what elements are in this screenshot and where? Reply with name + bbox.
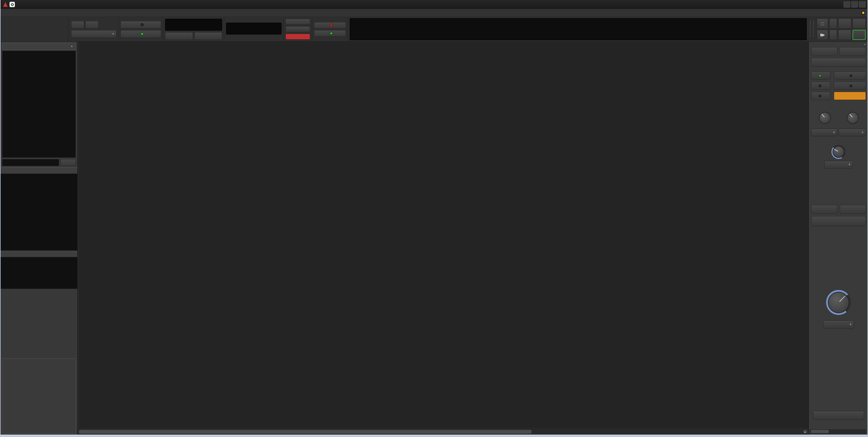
favorite-plugins-list [2, 51, 76, 158]
monitor-level-value[interactable]: ▼ [823, 320, 854, 329]
ardour-window: ▼ ⬚ [0, 0, 868, 437]
monitor-output-button[interactable] [813, 411, 864, 420]
layout-3-button[interactable] [829, 19, 837, 29]
afl-button[interactable] [811, 92, 830, 100]
auditioning-button[interactable] [811, 58, 866, 67]
punch-out-button[interactable] [85, 21, 98, 29]
favorite-plugins-dropdown[interactable]: ▼ [2, 43, 76, 50]
mixer-sidebar: ▼ [1, 42, 78, 435]
rec-view-button[interactable] [838, 19, 851, 29]
dim-button[interactable] [840, 205, 866, 214]
processors-button[interactable] [834, 92, 866, 100]
close-button[interactable] [859, 1, 866, 7]
excl-solo-button[interactable] [834, 71, 866, 80]
master-scrollbar[interactable] [810, 429, 866, 434]
mix-view-button[interactable] [852, 30, 866, 40]
solo-mute-button[interactable] [834, 82, 866, 90]
cue-view-button[interactable] [838, 30, 851, 40]
tempo-button[interactable] [165, 32, 193, 40]
punch-rec-section: ▼ [68, 17, 119, 41]
groups-header [1, 251, 77, 257]
window-edge [1, 435, 867, 437]
strips-header [1, 167, 77, 174]
pfl-button[interactable] [811, 82, 830, 90]
plugin-search-input[interactable] [2, 159, 59, 166]
primary-clock-section [163, 17, 224, 41]
maximize-button[interactable] [851, 1, 858, 7]
transport-controls [1, 17, 68, 41]
rec-cues-button[interactable] [314, 22, 346, 29]
monitor-mute-button[interactable] [811, 216, 866, 226]
clear-search-button[interactable] [60, 159, 76, 166]
pane-handle[interactable] [812, 19, 814, 38]
mini-timeline[interactable] [350, 18, 807, 40]
sip-cut-knob[interactable] [847, 112, 859, 124]
solo-boost-knob[interactable] [819, 112, 831, 124]
strips-list [1, 174, 77, 251]
secondary-clock-section [224, 17, 284, 41]
punch-in-button[interactable] [71, 21, 84, 29]
transport-toolbar: ▼ ⬚ [1, 17, 867, 42]
isolated-button[interactable] [839, 47, 866, 56]
edit-view-button[interactable] [852, 19, 866, 29]
sip-cut-value[interactable]: ▼ [839, 128, 866, 136]
audition-indicator-button[interactable] [285, 26, 310, 32]
scrollbar-thumb[interactable] [79, 430, 531, 434]
timesig-button[interactable] [194, 32, 222, 40]
title-bar [1, 0, 867, 9]
mixer-strips-area [79, 42, 808, 428]
cues-section [312, 17, 348, 41]
play-cues-button[interactable] [314, 30, 346, 37]
selection-tool-icon[interactable]: ⬚ [817, 19, 828, 29]
ardour-logo-icon [3, 2, 8, 7]
app-icon [9, 2, 15, 7]
rec-mode-dropdown[interactable]: ▼ [71, 30, 117, 38]
menu-bar [1, 9, 867, 17]
meter-tool-icon[interactable]: ▮▶ [817, 30, 828, 40]
minimize-button[interactable] [844, 1, 850, 7]
pane-handle[interactable] [809, 19, 811, 38]
secondary-clock[interactable] [226, 23, 282, 34]
mono-button[interactable] [811, 205, 837, 214]
view-switcher: ⬚ ▮▶ [815, 17, 867, 41]
monitor-level-knob[interactable] [828, 292, 849, 313]
dim-knob[interactable] [833, 146, 844, 158]
horizontal-scrollbar[interactable]: ▸ [79, 429, 808, 435]
scroll-right-arrow[interactable]: ▸ [803, 430, 808, 434]
groups-list [1, 257, 77, 289]
sip-button[interactable] [811, 71, 830, 80]
solo-audition-section [284, 17, 312, 41]
auto-return-button[interactable] [120, 30, 161, 38]
monitor-section: ⌄ ▼ ▼ ▼ ▼ [808, 42, 867, 435]
solo-boost-value[interactable]: ▼ [811, 128, 837, 136]
primary-clock[interactable] [165, 19, 222, 31]
layout-4-button[interactable] [829, 30, 837, 40]
no-align-indicator[interactable] [285, 34, 310, 39]
solo-indicator-button[interactable] [285, 19, 310, 25]
range-section [119, 17, 163, 41]
collapse-chevron-icon[interactable]: ⌄ [863, 42, 866, 46]
status-led[interactable] [862, 11, 865, 14]
dim-value[interactable]: ▼ [824, 161, 853, 169]
follow-range-button[interactable] [120, 21, 161, 29]
soloing-button[interactable] [811, 47, 837, 56]
mixer-scenes-panel [2, 358, 76, 433]
